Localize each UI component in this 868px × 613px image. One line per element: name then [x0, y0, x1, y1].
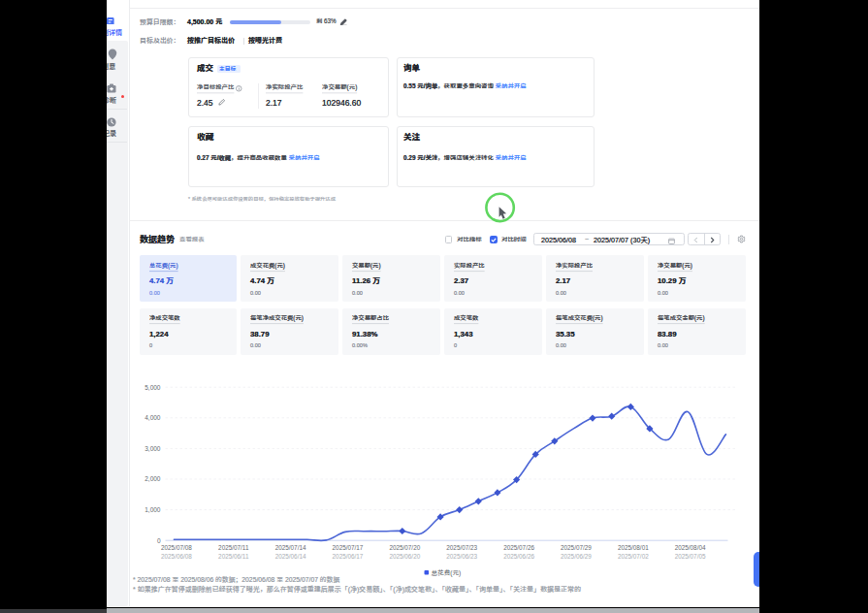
svg-text:4,000: 4,000 [145, 414, 161, 421]
svg-text:2025/07/14: 2025/07/14 [275, 544, 306, 551]
svg-text:2025/06/11: 2025/06/11 [218, 553, 249, 560]
svg-text:2025/06/26: 2025/06/26 [503, 553, 534, 560]
svg-text:2025/06/14: 2025/06/14 [275, 553, 306, 560]
svg-text:2025/07/29: 2025/07/29 [561, 544, 592, 551]
svg-text:2025/07/26: 2025/07/26 [503, 544, 534, 551]
svg-text:2025/06/08: 2025/06/08 [161, 553, 192, 560]
svg-text:2025/08/04: 2025/08/04 [675, 544, 706, 551]
svg-text:2025/07/20: 2025/07/20 [389, 544, 420, 551]
svg-text:1,000: 1,000 [145, 506, 161, 513]
svg-text:2025/07/23: 2025/07/23 [446, 544, 477, 551]
svg-text:2025/07/17: 2025/07/17 [333, 544, 364, 551]
svg-text:0: 0 [157, 537, 161, 544]
svg-text:2025/06/17: 2025/06/17 [333, 553, 364, 560]
svg-text:5,000: 5,000 [145, 384, 161, 391]
svg-text:2025/08/01: 2025/08/01 [618, 544, 649, 551]
svg-text:2,000: 2,000 [145, 475, 161, 482]
svg-text:2025/07/08: 2025/07/08 [161, 544, 192, 551]
svg-text:2025/07/11: 2025/07/11 [218, 544, 249, 551]
svg-text:2025/07/05: 2025/07/05 [675, 553, 706, 560]
svg-text:3,000: 3,000 [145, 445, 161, 452]
svg-text:2025/06/23: 2025/06/23 [446, 553, 477, 560]
svg-text:2025/06/20: 2025/06/20 [389, 553, 420, 560]
svg-text:2025/06/29: 2025/06/29 [561, 553, 592, 560]
svg-text:总花费(元): 总花费(元) [432, 569, 462, 577]
svg-text:2025/07/02: 2025/07/02 [618, 553, 649, 560]
